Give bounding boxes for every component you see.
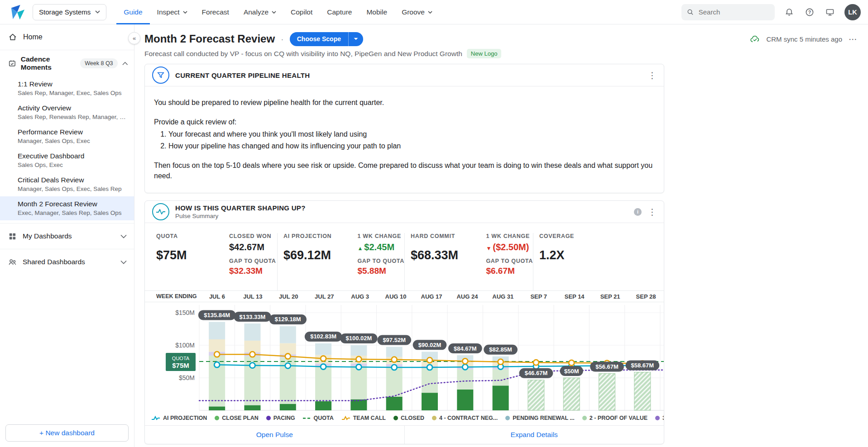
pipeline-health-card: CURRENT QUARTER PIPELINE HEALTH ⋮ You sh… [144,64,664,193]
main-content: Month 2 Forecast Review · Choose Scope C… [134,24,868,447]
pulse-chart[interactable]: $135.84M$133.33M$129.18M$102.83M$100.02M… [145,302,664,411]
svg-text:$97.52M: $97.52M [383,337,406,343]
choose-scope-button[interactable]: Choose Scope [290,32,363,46]
metric-ai-changes: 1 WK CHANGE ▲$2.45M GAP TO QUOTA $5.88M [357,233,404,290]
pulse-chart-svg: $135.84M$133.33M$129.18M$102.83M$100.02M… [145,302,664,411]
svg-text:$82.85M: $82.85M [489,346,512,353]
legend-item-closed[interactable]: CLOSED [393,415,424,421]
pulse-card: HOW IS THIS QUARTER SHAPING UP? Pulse Su… [144,200,664,444]
card-kebab-menu[interactable]: ⋮ [648,71,657,80]
sidebar-item-month-2-forecast-review[interactable]: Month 2 Forecast Review Exec, Manager, S… [0,196,134,220]
legend-item-quota[interactable]: QUOTA [303,415,334,421]
pulse-subtitle: Pulse Summary [175,213,306,219]
pipeline-health-header: CURRENT QUARTER PIPELINE HEALTH ⋮ [145,64,664,86]
workspace-label: Storage Systems [39,8,91,16]
metric-hard-commit: HARD COMMIT $68.33M [411,233,486,290]
global-search[interactable] [681,4,775,20]
clari-logo[interactable] [9,4,26,21]
sidebar-section-shared-dashboards[interactable]: Shared Dashboards [0,249,134,275]
chevron-up-icon [122,62,128,66]
sidebar-item-executive-dashboard[interactable]: Executive Dashboard Sales Ops, Exec [0,148,134,172]
legend-item-3-veni[interactable]: 3 - VENI... [655,415,664,421]
week-badge: Week 8 Q3 [80,58,117,68]
legend-item-pacing[interactable]: PACING [266,415,295,421]
legend-item-team-call[interactable]: TEAM CALL [341,415,386,421]
dot-glyph [655,416,660,420]
screen-share-icon[interactable] [824,6,836,18]
review-item: Your forecast and where you think you'll… [168,129,655,139]
increase-triangle-icon: ▲ [357,245,363,252]
legend-item-close-plan[interactable]: CLOSE PLAN [215,415,259,421]
sidebar-item-performance-review[interactable]: Performance Review Manager, Sales Ops, E… [0,124,134,148]
sidebar-section-cadence-moments[interactable]: Cadence Moments Week 8 Q3 [0,50,134,76]
nav-item-groove[interactable]: Groove [394,0,440,24]
svg-text:$133.33M: $133.33M [240,314,266,320]
dot-separator: · [281,34,284,43]
metric-hc-changes: 1 WK CHANGE ▼($2.50M) GAP TO QUOTA $6.67… [486,233,533,290]
quota-badge: QUOTA$75M [166,353,196,371]
crm-sync-status: CRM sync 5 minutes ago [766,35,842,43]
expand-details-button[interactable]: Expand Details [404,426,664,444]
workspace-selector[interactable]: Storage Systems [33,4,106,20]
svg-text:$90.02M: $90.02M [418,342,441,348]
sidebar-section-my-dashboards[interactable]: My Dashboards [0,223,134,249]
nav-item-guide[interactable]: Guide [116,0,149,24]
sidebar-item-1-1-review[interactable]: 1:1 Review Sales Rep, Manager, Exec, Sal… [0,76,134,100]
dot-glyph [215,416,219,420]
info-icon[interactable]: i [634,208,642,216]
legend-item-pending-renewal[interactable]: PENDING RENEWAL ... [505,415,575,421]
pipeline-health-title: CURRENT QUARTER PIPELINE HEALTH [175,71,310,79]
svg-text:$58.67M: $58.67M [631,362,654,369]
nav-item-copilot[interactable]: Copilot [283,0,320,24]
ai-projection-value: $69.12M [283,248,357,262]
choose-scope-dropdown[interactable] [348,32,363,46]
notifications-bell-icon[interactable] [783,6,795,18]
sidebar-collapse-button[interactable]: « [128,32,140,44]
nav-item-inspect[interactable]: Inspect [150,0,195,24]
svg-text:$135.84M: $135.84M [204,312,230,319]
svg-text:$75M: $75M [172,361,189,369]
help-icon[interactable]: ? [804,6,815,18]
pulse-header: HOW IS THIS QUARTER SHAPING UP? Pulse Su… [145,201,664,223]
metric-closed-won: CLOSED WON $42.67M GAP TO QUOTA $32.33M [229,233,276,290]
calendar-check-icon [8,59,16,68]
user-avatar[interactable]: LK [844,4,861,20]
card-kebab-menu[interactable]: ⋮ [648,208,657,216]
nav-item-forecast[interactable]: Forecast [195,0,236,24]
collapse-icon: « [133,35,136,42]
pulse-metrics: QUOTA $75M CLOSED WON $42.67M GAP TO QUO… [145,223,664,291]
svg-text:$50M: $50M [179,374,195,381]
dot-glyph [582,416,587,420]
nav-item-mobile[interactable]: Mobile [359,0,394,24]
cadence-moments-label: Cadence Moments [21,55,76,71]
legend-item-4-contract-neg[interactable]: 4 - CONTRACT NEG... [432,415,498,421]
chevron-down-icon [95,10,100,14]
open-pulse-button[interactable]: Open Pulse [145,426,404,444]
content-column: CURRENT QUARTER PIPELINE HEALTH ⋮ You sh… [144,64,664,447]
nav-item-capture[interactable]: Capture [320,0,359,24]
search-icon [687,8,694,16]
svg-text:$100M: $100M [175,342,195,349]
new-dashboard-button[interactable]: + New dashboard [5,424,129,442]
nav-item-analyze[interactable]: Analyze [236,0,283,24]
svg-text:$84.67M: $84.67M [454,345,477,352]
page-description-row: Forecast call conducted by VP - focus on… [144,49,857,58]
page-more-menu[interactable]: ⋯ [849,35,857,43]
new-dashboard-wrapper: + New dashboard [0,419,134,447]
pulse-title: HOW IS THIS QUARTER SHAPING UP? [175,204,306,212]
chevron-down-icon [354,38,358,40]
search-input[interactable] [698,8,769,16]
legend-item-2-proof-of-value[interactable]: 2 - PROOF OF VALUE [582,415,647,421]
sidebar-item-critical-deals-review[interactable]: Critical Deals Review Manager, Sales Ops… [0,172,134,196]
app-root: Storage Systems Guide Inspect Forecast A… [0,0,868,447]
review-list: Your forecast and where you think you'll… [158,129,655,151]
dot-glyph [393,416,398,420]
topnav-right-controls: ? LK [681,4,861,20]
sidebar-item-home[interactable]: Home [0,24,134,50]
line-glyph [341,415,350,421]
sidebar-item-activity-overview[interactable]: Activity Overview Sales Rep, Renewals Re… [0,100,134,124]
legend-item-ai-projection[interactable]: AI PROJECTION [151,415,207,421]
chart-week-header: WEEK ENDING JUL 6 JUL 13 JUL 20 JUL 27 A… [145,291,664,302]
review-item: How your pipeline has changed and how it… [168,141,655,151]
closed-won-value: $42.67M [229,242,276,252]
